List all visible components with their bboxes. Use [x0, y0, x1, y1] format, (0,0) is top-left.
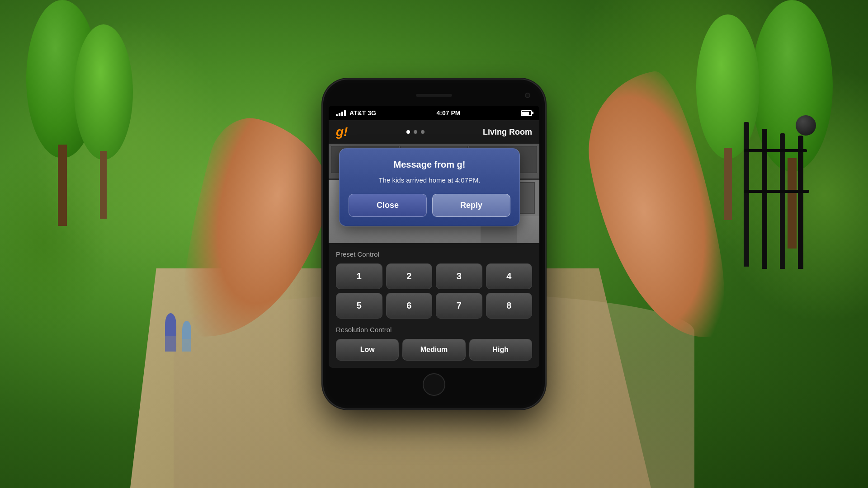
close-button[interactable]: Close	[349, 194, 427, 217]
dot-2	[414, 130, 417, 134]
dot-1	[406, 130, 410, 134]
dialog-message: The kids arrived home at 4:07PM.	[349, 175, 510, 185]
dialog-title: Message from g!	[349, 160, 510, 170]
bar-4	[344, 110, 346, 116]
hand-left	[164, 109, 344, 360]
fence-right	[744, 122, 816, 303]
reply-button[interactable]: Reply	[432, 194, 510, 217]
app-content: Preset Control 1 2 3 4 5 6 7 8 Resolutio…	[329, 243, 539, 368]
time-display: 4:07 PM	[436, 109, 460, 117]
preset-btn-7[interactable]: 7	[436, 293, 482, 319]
preset-btn-5[interactable]: 5	[336, 293, 382, 319]
status-left: AT&T 3G	[336, 109, 376, 117]
bar-2	[339, 113, 340, 116]
resolution-grid: Low Medium High	[336, 339, 532, 361]
app-header: g! Living Room	[329, 120, 539, 144]
page-dots	[406, 130, 425, 134]
phone-speaker	[416, 94, 452, 97]
signal-bars	[336, 110, 346, 116]
preset-grid: 1 2 3 4 5 6 7 8	[336, 263, 532, 319]
home-button[interactable]	[423, 373, 445, 396]
resolution-btn-low[interactable]: Low	[336, 339, 399, 361]
resolution-control-label: Resolution Control	[336, 326, 532, 333]
resolution-btn-medium[interactable]: Medium	[402, 339, 465, 361]
battery-icon	[521, 110, 532, 116]
bar-1	[336, 114, 338, 116]
carrier-label: AT&T 3G	[349, 109, 376, 117]
camera-area: Message from g! The kids arrived home at…	[329, 144, 539, 243]
preset-btn-2[interactable]: 2	[386, 263, 433, 289]
preset-btn-3[interactable]: 3	[436, 263, 482, 289]
preset-btn-6[interactable]: 6	[386, 293, 433, 319]
battery-fill	[522, 112, 529, 115]
bg-person-1	[165, 313, 176, 352]
phone-camera	[525, 93, 530, 98]
resolution-btn-high[interactable]: High	[469, 339, 532, 361]
phone-screen: AT&T 3G 4:07 PM g! Living Room	[329, 106, 539, 368]
dialog-buttons: Close Reply	[349, 194, 510, 217]
status-bar: AT&T 3G 4:07 PM	[329, 106, 539, 120]
preset-btn-8[interactable]: 8	[486, 293, 533, 319]
bar-3	[341, 112, 343, 116]
app-logo: g!	[336, 125, 348, 139]
room-name-label: Living Room	[483, 127, 532, 137]
tree-left-2	[70, 24, 137, 205]
dot-3	[421, 130, 425, 134]
dialog: Message from g! The kids arrived home at…	[339, 148, 520, 226]
preset-btn-1[interactable]: 1	[336, 263, 382, 289]
dialog-container: Message from g! The kids arrived home at…	[339, 148, 529, 226]
preset-btn-4[interactable]: 4	[486, 263, 533, 289]
phone-top-bar	[329, 89, 539, 102]
preset-control-label: Preset Control	[336, 250, 532, 258]
phone: AT&T 3G 4:07 PM g! Living Room	[323, 80, 545, 408]
